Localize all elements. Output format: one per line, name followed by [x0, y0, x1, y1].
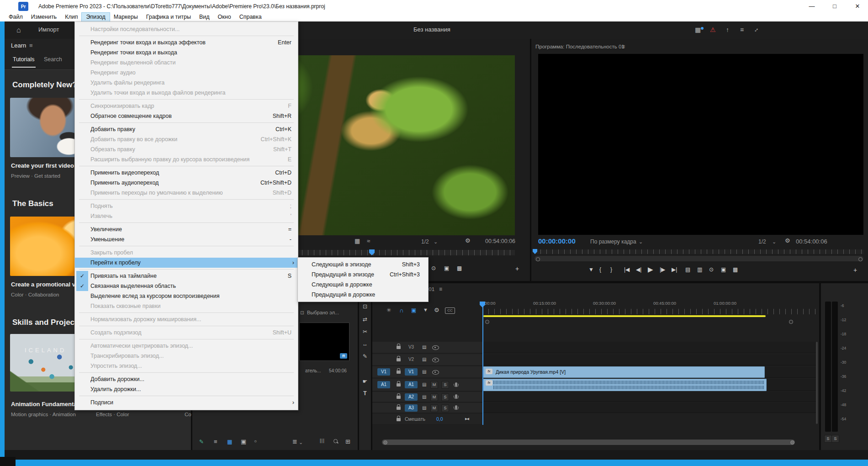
a1-source-patch-badge[interactable]: A1 [377, 381, 390, 388]
timeline-h-scroll-left-handle[interactable] [383, 440, 387, 445]
submenu-item-previous-in-sequence[interactable]: Предыдущий в эпизодеCtrl+Shift+3 [298, 270, 428, 280]
program-scrollbar[interactable] [535, 256, 863, 261]
v2-sync-lock-icon[interactable]: ▤ [422, 357, 426, 362]
drag-audio-icon[interactable]: ≈ [367, 238, 370, 244]
menu-item-auto-reframe[interactable]: Автоматически центрировать эпизод... [75, 341, 298, 351]
a3-track-lane[interactable] [483, 403, 818, 413]
v2-toggle-output-icon[interactable] [432, 358, 439, 362]
a3-track-badge[interactable]: A3 [405, 404, 418, 412]
sort-icons-icon[interactable]: ≣ [292, 439, 297, 445]
menu-item-transcribe-sequence[interactable]: Транскрибировать эпизод... [75, 351, 298, 361]
fullscreen-icon[interactable]: ↕ [753, 26, 760, 33]
a1-sync-lock-icon[interactable]: ▤ [422, 382, 426, 387]
menu-graphics[interactable]: Графика и титры [142, 13, 195, 21]
menu-item-extract[interactable]: Извлечь' [75, 211, 298, 221]
menu-item-close-gap[interactable]: Закрыть пробел [75, 248, 298, 258]
slip-tool-icon[interactable]: ↔ [359, 341, 371, 347]
program-export-frame-icon[interactable]: ⊙ [709, 267, 714, 272]
minimize-button[interactable]: — [801, 0, 822, 13]
v1-track-badge[interactable]: V1 [405, 368, 418, 376]
a3-sync-lock-icon[interactable]: ▤ [422, 406, 426, 410]
source-resolution-select[interactable]: 1/2 [421, 238, 429, 245]
menu-item-simplify-sequence[interactable]: Упростить эпизод... [75, 361, 298, 371]
program-mark-out-icon[interactable]: } [610, 267, 612, 272]
program-scrub-ruler[interactable] [535, 249, 863, 254]
captions-toggle-icon[interactable]: CC [445, 307, 455, 314]
video-clip[interactable]: fx Дикая природа Уругвая.mp4 [V] [483, 366, 765, 378]
menu-item-lift[interactable]: Поднять; [75, 201, 298, 211]
program-fit-select[interactable]: По размеру кадра [590, 238, 636, 245]
program-panel-menu-icon[interactable]: ≡ [622, 43, 625, 50]
source-settings-wrench-icon[interactable]: ⚙ [465, 238, 471, 244]
menu-item-reverse-match-frame[interactable]: Обратное совмещение кадровShift+R [75, 111, 298, 121]
hand-tool-icon[interactable]: ☛ [359, 378, 371, 385]
timeline-ruler[interactable] [482, 309, 818, 314]
snap-toggle-icon[interactable]: ∩ [399, 307, 403, 314]
menu-item-render-audio[interactable]: Рендеринг аудио [75, 68, 298, 78]
source-multicam-icon[interactable]: ▩ [457, 265, 462, 271]
source-compare-icon[interactable]: ▣ [444, 265, 449, 271]
razor-tool-icon[interactable]: ✂ [359, 328, 371, 335]
program-step-forward-icon[interactable]: |▶ [660, 267, 665, 272]
quick-export-icon[interactable]: ≡ [740, 26, 744, 33]
menu-item-sequence-settings[interactable]: Настройки последовательности... [75, 24, 298, 34]
menu-item-make-subsequence[interactable]: Создать подэпизодShift+U [75, 328, 298, 338]
v1-sync-lock-icon[interactable]: ▤ [422, 370, 426, 374]
menu-item-delete-render-files[interactable]: Удалить файлы рендеринга [75, 78, 298, 88]
a1-lock-icon[interactable] [397, 383, 401, 387]
program-step-back-icon[interactable]: ◀| [636, 267, 641, 272]
project-writable-icon[interactable]: ✎ [199, 439, 204, 445]
meter-solo-left-button[interactable]: S [824, 435, 832, 443]
menu-window[interactable]: Окно [214, 13, 235, 21]
nest-toggle-icon[interactable]: ✳ [386, 307, 391, 313]
list-view-icon[interactable]: ≡ [214, 439, 217, 445]
mix-lock-icon[interactable] [397, 418, 401, 421]
a3-voiceover-icon[interactable] [455, 405, 457, 409]
audio-clip[interactable]: fx [483, 379, 767, 391]
ripple-edit-tool-icon[interactable]: ⇄ [359, 316, 371, 323]
program-settings-wrench-icon[interactable]: ⚙ [785, 238, 790, 244]
new-bin-icon[interactable]: ⊞ [345, 439, 350, 445]
a2-track-badge[interactable]: A2 [405, 393, 418, 401]
menu-markers[interactable]: Маркеры [110, 13, 142, 21]
a3-lock-icon[interactable] [397, 407, 401, 410]
mix-collapse-icon[interactable]: ▶◀ [465, 417, 468, 420]
work-area-bar[interactable] [483, 315, 766, 317]
menu-file[interactable]: Файл [5, 13, 27, 21]
timeline-h-scroll-right-handle[interactable] [790, 440, 794, 445]
a1-mute-button[interactable]: M [430, 381, 438, 389]
menu-item-snap[interactable]: ✓Привязать на таймлайнеS [75, 271, 298, 281]
program-play-icon[interactable]: ▶ [648, 266, 653, 273]
menu-item-trim-edit[interactable]: Обрезать правкуShift+T [75, 144, 298, 154]
a1-track-badge[interactable]: A1 [405, 381, 418, 388]
menu-view[interactable]: Вид [195, 13, 214, 21]
v3-toggle-output-icon[interactable] [432, 345, 439, 350]
learn-panel-menu-icon[interactable]: ≡ [29, 42, 33, 49]
pen-tool-icon[interactable]: ✎ [359, 353, 371, 360]
zoom-handle-right[interactable] [789, 320, 793, 324]
menu-item-apply-video-transition[interactable]: Применить видеопереходCtrl+D [75, 168, 298, 178]
submenu-item-previous-in-track[interactable]: Предыдущий в дорожке [298, 290, 428, 300]
v2-track-badge[interactable]: V2 [405, 356, 418, 363]
drag-video-icon[interactable]: ▦ [355, 238, 360, 244]
find-icon[interactable] [333, 439, 338, 443]
a2-track-lane[interactable] [483, 392, 818, 402]
a2-lock-icon[interactable] [397, 396, 401, 399]
workspaces-icon[interactable]: ▦ [695, 26, 701, 33]
learn-card3-title[interactable]: Animation Fundamentals [11, 401, 82, 408]
program-add-marker-icon[interactable]: ▼ [588, 267, 594, 272]
a2-voiceover-icon[interactable] [455, 394, 457, 398]
share-icon[interactable]: ↑ [726, 26, 729, 33]
menu-item-apply-default-transitions[interactable]: Применить переходы по умолчанию к выделе… [75, 188, 298, 198]
program-scroll-handle-right[interactable] [858, 257, 863, 261]
menu-item-render-effects[interactable]: Рендеринг точки входа и выхода эффектовE… [75, 37, 298, 48]
submenu-item-next-in-sequence[interactable]: Следующий в эпизодеShift+3 [298, 259, 428, 270]
freeform-view-icon[interactable]: ▣ [241, 439, 246, 445]
v3-sync-lock-icon[interactable]: ▤ [422, 345, 426, 350]
menu-item-delete-render-in-out[interactable]: Удалить точки вход­а и выхода файлов рен… [75, 88, 298, 98]
workspace-tab-import[interactable]: Импорт [38, 26, 59, 32]
warning-icon[interactable]: ⚠ [710, 26, 716, 33]
mix-value[interactable]: 0,0 [436, 416, 443, 422]
v3-track-badge[interactable]: V3 [405, 344, 418, 351]
a1-solo-button[interactable]: S [441, 381, 449, 389]
